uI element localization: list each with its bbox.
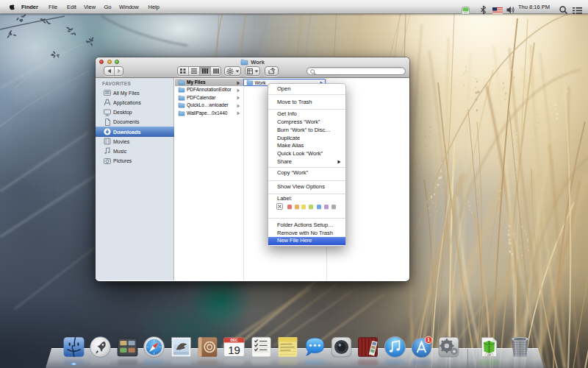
svg-text:1: 1 — [428, 337, 431, 342]
svg-text:19: 19 — [229, 343, 241, 355]
svg-text:ZIP: ZIP — [487, 353, 491, 356]
svg-text:DEC: DEC — [231, 339, 239, 342]
